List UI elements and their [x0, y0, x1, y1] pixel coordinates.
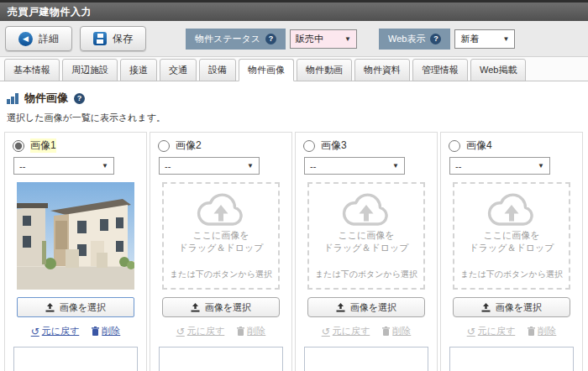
- property-status-value: 販売中: [296, 33, 323, 45]
- image-caption-input[interactable]: [304, 347, 428, 371]
- tab[interactable]: Web掲載: [470, 59, 526, 81]
- delete-link-label: 削除: [102, 325, 120, 337]
- tab[interactable]: 基本情報: [4, 59, 60, 81]
- tab[interactable]: 物件動画: [297, 59, 352, 81]
- main-image-radio[interactable]: [158, 140, 170, 152]
- property-status-label-text: 物件ステータス: [195, 33, 260, 45]
- web-display-group: Web表示 ? 新着 ▼: [379, 29, 515, 50]
- property-images-panel: 物件画像 ? 選択した画像が一覧に表示されます。 画像1 -- ▼: [0, 81, 588, 371]
- web-display-label: Web表示 ?: [379, 29, 450, 50]
- back-arrow-icon: ◀: [18, 32, 33, 46]
- undo-link-label: 元に戻す: [187, 325, 225, 337]
- select-image-button[interactable]: 画像を選択: [307, 297, 425, 317]
- undo-link[interactable]: ↺ 元に戻す: [322, 325, 370, 337]
- image-caption-input[interactable]: [159, 347, 283, 371]
- image-kind-select[interactable]: -- ▼: [304, 157, 405, 175]
- tab-bar: 基本情報 周辺施設 接道 交通 設備 物件画像 物件動画 物件資料 管理情報 W…: [0, 57, 588, 81]
- dropdown-caret-icon: ▼: [392, 162, 399, 170]
- image-caption-input[interactable]: [449, 347, 574, 371]
- image-kind-select[interactable]: -- ▼: [159, 157, 260, 175]
- help-icon[interactable]: ?: [265, 34, 276, 44]
- delete-link[interactable]: 削除: [92, 325, 120, 337]
- undo-link-label: 元に戻す: [42, 325, 80, 337]
- tab[interactable]: 周辺施設: [62, 59, 118, 81]
- image-caption-input[interactable]: [13, 347, 138, 371]
- tab[interactable]: 交通: [160, 59, 197, 81]
- undo-link[interactable]: ↺ 元に戻す: [176, 325, 225, 337]
- web-display-select[interactable]: 新着 ▼: [454, 29, 515, 49]
- property-status-group: 物件ステータス ? 販売中 ▼: [186, 29, 357, 50]
- help-icon[interactable]: ?: [74, 93, 85, 104]
- image-kind-value: --: [19, 161, 25, 171]
- image-kind-value: --: [455, 161, 461, 171]
- dropdown-caret-icon: ▼: [538, 162, 544, 170]
- delete-link-label: 削除: [392, 325, 411, 337]
- image-cards-row: 画像1 -- ▼: [4, 132, 584, 371]
- image-actions: ↺ 元に戻す 削除: [322, 325, 412, 337]
- image-dropzone[interactable]: ここに画像を ドラッグ＆ドロップ または下のボタンから選択: [307, 182, 425, 290]
- save-button[interactable]: 保存: [80, 26, 146, 51]
- undo-link[interactable]: ↺ 元に戻す: [31, 325, 80, 337]
- image-card-header: 画像3: [303, 138, 429, 153]
- cloud-upload-icon: [339, 191, 394, 229]
- main-image-radio[interactable]: [13, 140, 24, 152]
- image-kind-select[interactable]: -- ▼: [13, 157, 114, 175]
- tab[interactable]: 物件画像: [239, 59, 294, 81]
- image-card-header: 画像4: [449, 138, 575, 153]
- select-image-button[interactable]: 画像を選択: [162, 297, 280, 317]
- main-image-radio[interactable]: [449, 140, 460, 152]
- image-dropzone[interactable]: ここに画像を ドラッグ＆ドロップ または下のボタンから選択: [162, 182, 280, 290]
- delete-link-label: 削除: [247, 325, 265, 337]
- section-chart-icon: [7, 93, 18, 104]
- dropdown-caret-icon: ▼: [344, 35, 351, 43]
- select-image-button-label: 画像を選択: [205, 301, 251, 314]
- toolbar: ◀ 詳細 保存 物件ステータス ? 販売中 ▼ Web表示 ? 新着 ▼: [0, 21, 588, 57]
- undo-icon: ↺: [467, 326, 475, 337]
- delete-link[interactable]: 削除: [382, 325, 411, 337]
- undo-link[interactable]: ↺ 元に戻す: [467, 325, 516, 337]
- cloud-upload-icon: [484, 191, 539, 229]
- main-image-radio[interactable]: [303, 140, 315, 152]
- delete-link[interactable]: 削除: [237, 325, 265, 337]
- tab-label: 周辺施設: [71, 65, 108, 75]
- tab-label: 管理情報: [422, 65, 459, 75]
- image-kind-select[interactable]: -- ▼: [449, 157, 550, 175]
- cloud-upload-icon: [193, 191, 249, 229]
- help-icon[interactable]: ?: [430, 34, 441, 44]
- upload-icon: [191, 303, 200, 312]
- delete-link-label: 削除: [538, 325, 556, 337]
- tab-label: 物件動画: [306, 65, 343, 75]
- image-card-label: 画像4: [466, 138, 492, 153]
- image-card-header: 画像1: [13, 138, 139, 153]
- trash-icon: [528, 327, 535, 336]
- dropzone-note: または下のボタンから選択: [315, 269, 417, 280]
- window-titlebar: 売買戸建物件入力: [0, 0, 588, 21]
- undo-icon: ↺: [322, 326, 330, 337]
- detail-button[interactable]: ◀ 詳細: [5, 26, 72, 51]
- image-dropzone[interactable]: ここに画像を ドラッグ＆ドロップ または下のボタンから選択: [453, 182, 570, 290]
- dropzone-note: または下のボタンから選択: [170, 269, 272, 280]
- dropzone-text-line1: ここに画像を: [192, 229, 249, 242]
- trash-icon: [382, 327, 390, 336]
- image-kind-value: --: [165, 161, 171, 171]
- web-display-label-text: Web表示: [388, 33, 425, 45]
- image-card-label: 画像2: [176, 138, 202, 153]
- select-image-button[interactable]: 画像を選択: [17, 297, 134, 317]
- dropzone-text-line2: ドラッグ＆ドロップ: [469, 242, 554, 254]
- tab[interactable]: 管理情報: [412, 59, 468, 81]
- image-card-label: 画像1: [30, 138, 56, 153]
- image-card: 画像3 -- ▼ ここに画像を ドラッグ＆ドロップ または下のボタンから選択 画…: [295, 132, 438, 371]
- property-status-select[interactable]: 販売中 ▼: [290, 29, 357, 49]
- tab[interactable]: 接道: [120, 59, 157, 81]
- upload-icon: [336, 303, 345, 312]
- undo-link-label: 元に戻す: [333, 325, 370, 337]
- image-card-header: 画像2: [158, 138, 284, 153]
- delete-link[interactable]: 削除: [528, 325, 556, 337]
- select-image-button-label: 画像を選択: [60, 301, 106, 314]
- dropzone-text-line1: ここに画像を: [338, 229, 394, 242]
- tab[interactable]: 設備: [199, 59, 236, 81]
- tab[interactable]: 物件資料: [354, 59, 410, 81]
- select-image-button[interactable]: 画像を選択: [453, 297, 570, 317]
- property-status-label: 物件ステータス ?: [186, 29, 286, 50]
- tab-label: 物件画像: [248, 65, 285, 75]
